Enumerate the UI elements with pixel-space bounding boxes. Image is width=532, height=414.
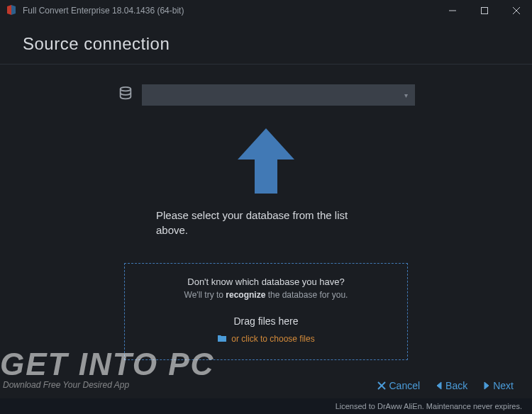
next-label: Next <box>493 380 514 391</box>
footer: Cancel Back Next Licensed to DrAww AliEn… <box>0 373 532 414</box>
page-header: Source connection <box>0 21 532 65</box>
close-button[interactable] <box>500 0 532 21</box>
maximize-button[interactable] <box>468 0 500 21</box>
database-select-row: ▾ <box>0 84 532 106</box>
main-content: ▾ Please select your database from the l… <box>0 65 532 360</box>
cancel-button[interactable]: Cancel <box>377 380 420 391</box>
dropzone-answer-bold: recognize <box>226 290 265 300</box>
license-bar: Licensed to DrAww AliEn. Maintenance nev… <box>0 398 532 414</box>
instruction-text: Please select your database from the lis… <box>156 208 376 237</box>
cancel-label: Cancel <box>389 380 420 391</box>
app-icon <box>6 5 17 16</box>
arrow-up-icon <box>0 123 532 201</box>
window-title: Full Convert Enterprise 18.04.1436 (64-b… <box>23 6 184 16</box>
choose-files-row[interactable]: or click to choose files <box>139 332 393 345</box>
database-dropdown[interactable]: ▾ <box>142 84 415 106</box>
titlebar: Full Convert Enterprise 18.04.1436 (64-b… <box>0 0 532 21</box>
database-icon <box>118 86 133 104</box>
folder-icon <box>217 332 227 345</box>
drop-zone[interactable]: Don't know which database you have? We'l… <box>124 263 408 360</box>
dropzone-answer: We'll try to recognize the database for … <box>139 290 393 300</box>
chevron-down-icon: ▾ <box>404 91 408 99</box>
dropzone-answer-pre: We'll try to <box>184 290 226 300</box>
back-button[interactable]: Back <box>436 380 467 391</box>
drag-label: Drag files here <box>139 315 393 327</box>
dropzone-answer-post: the database for you. <box>265 290 348 300</box>
next-button[interactable]: Next <box>483 380 514 391</box>
back-label: Back <box>445 380 467 391</box>
wizard-nav: Cancel Back Next <box>0 373 532 398</box>
svg-point-4 <box>120 87 131 91</box>
choose-files-link[interactable]: or click to choose files <box>231 334 314 344</box>
dropzone-question: Don't know which database you have? <box>139 276 393 287</box>
page-title: Source connection <box>23 34 509 54</box>
svg-rect-1 <box>481 8 487 14</box>
minimize-button[interactable] <box>436 0 468 21</box>
